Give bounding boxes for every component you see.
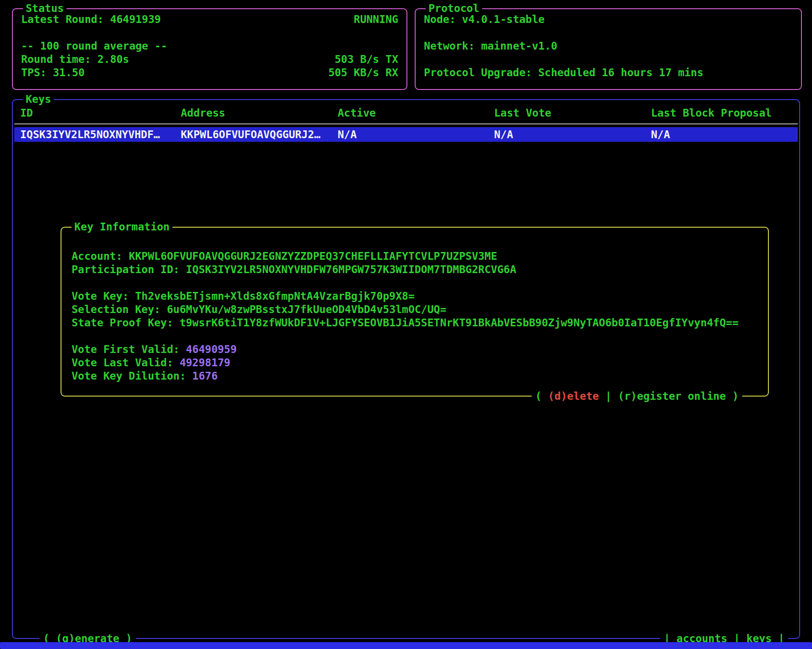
keys-panel: Keys ID Address Active Last Vote Last Bl… (12, 99, 800, 639)
rx-rate: 505 KB/s RX (328, 66, 398, 79)
key-information-panel: Key Information Account: KKPWL6OFVUFOAVQ… (61, 227, 769, 397)
cell-address: KKPWL6OFVUFOAVQGGURJ2… (181, 127, 338, 142)
protocol-upgrade: Protocol Upgrade: Scheduled 16 hours 17 … (424, 66, 703, 79)
state-proof-key-value: t9wsrK6tiT1Y8zfWUkDF1V+LJGFYSEOVB1JiA5SE… (179, 317, 739, 329)
status-panel: Status Latest Round: 46491939 RUNNING --… (12, 8, 407, 90)
vote-key-dilution-value: 1676 (192, 370, 217, 382)
protocol-panel: Protocol Node: v4.0.1-stable Network: ma… (415, 8, 802, 90)
actions-open-paren: ( (535, 390, 548, 402)
account-value: KKPWL6OFVUFOAVQGGURJ2EGNZYZZDPEQ37CHEFLL… (129, 250, 497, 262)
cell-id: IQSK3IYV2LR5NOXNYVHDF… (20, 127, 181, 142)
vote-key-value: Th2veksbETjsmn+Xlds8xGfmpNtA4VzarBgjk70p… (135, 290, 414, 302)
bottom-scroll-bar (0, 642, 812, 649)
account-line: Account: KKPWL6OFVUFOAVQGGURJ2EGNZYZZDPE… (72, 250, 768, 263)
tps: TPS: 31.50 (21, 66, 85, 79)
vote-key-line: Vote Key: Th2veksbETjsmn+Xlds8xGfmpNtA4V… (72, 290, 768, 303)
round-average-header: -- 100 round average -- (21, 39, 167, 53)
state-proof-key-label: State Proof Key: (72, 317, 173, 329)
keys-table-header: ID Address Active Last Vote Last Block P… (13, 106, 799, 120)
selection-key-value: 6u6MvYKu/w8zwPBsstxJ7fkUueOD4VbD4v53lmOC… (167, 303, 446, 315)
actions-separator: | (599, 390, 618, 402)
vote-key-dilution-label: Vote Key Dilution: (72, 370, 186, 382)
cell-last-block-proposal: N/A (651, 127, 798, 142)
vote-last-valid-value: 49298179 (179, 357, 230, 369)
tps-label: TPS: (21, 67, 46, 78)
running-status: RUNNING (354, 13, 398, 26)
protocol-upgrade-label: Protocol Upgrade: (424, 67, 532, 78)
network-value: mainnet-v1.0 (481, 40, 557, 52)
delete-action[interactable]: (d)elete (548, 390, 599, 402)
column-header-address: Address (181, 106, 338, 120)
column-header-active: Active (338, 106, 494, 120)
network: Network: mainnet-v1.0 (424, 39, 557, 53)
round-time-value: 2.80s (97, 53, 129, 65)
column-header-last-vote: Last Vote (494, 106, 651, 120)
keys-panel-title: Keys (23, 93, 54, 106)
register-online-action[interactable]: (r)egister online (618, 390, 726, 402)
participation-id-value: IQSK3IYV2LR5NOXNYVHDFW76MPGW757K3WIIDOM7… (186, 263, 516, 275)
state-proof-key-line: State Proof Key: t9wsrK6tiT1Y8zfWUkDF1V+… (72, 316, 768, 330)
header-separator (14, 123, 798, 124)
vote-key-label: Vote Key: (72, 290, 129, 302)
cell-active: N/A (338, 127, 494, 142)
vote-key-dilution-line: Vote Key Dilution: 1676 (72, 369, 768, 383)
vote-last-valid-label: Vote Last Valid: (72, 357, 173, 369)
round-time: Round time: 2.80s (21, 53, 129, 66)
participation-id-line: Participation ID: IQSK3IYV2LR5NOXNYVHDFW… (72, 263, 768, 276)
account-label: Account: (72, 250, 122, 262)
vote-last-valid-line: Vote Last Valid: 49298179 (72, 356, 768, 369)
selection-key-label: Selection Key: (72, 303, 161, 315)
tps-value: 31.50 (53, 67, 84, 78)
table-row-selected[interactable]: IQSK3IYV2LR5NOXNYVHDF… KKPWL6OFVUFOAVQGG… (14, 127, 798, 142)
vote-first-valid-value: 46490959 (186, 343, 237, 355)
tx-rate: 503 B/s TX (335, 53, 398, 66)
network-label: Network: (424, 40, 475, 52)
selection-key-line: Selection Key: 6u6MvYKu/w8zwPBsstxJ7fkUu… (72, 303, 768, 316)
key-info-actions: ( (d)elete | (r)egister online ) (532, 390, 742, 403)
cell-last-vote: N/A (494, 127, 651, 142)
actions-close-paren: ) (726, 390, 739, 402)
protocol-panel-title: Protocol (426, 2, 482, 15)
participation-id-label: Participation ID: (72, 263, 179, 275)
round-time-label: Round time: (21, 53, 91, 65)
vote-first-valid-line: Vote First Valid: 46490959 (72, 343, 768, 356)
column-header-id: ID (20, 106, 181, 120)
latest-round-value: 46491939 (110, 13, 161, 25)
status-panel-title: Status (23, 2, 67, 15)
key-information-title: Key Information (72, 220, 172, 234)
vote-first-valid-label: Vote First Valid: (72, 343, 179, 355)
protocol-upgrade-value: Scheduled 16 hours 17 mins (538, 67, 703, 78)
column-header-last-block-proposal: Last Block Proposal (651, 106, 799, 120)
